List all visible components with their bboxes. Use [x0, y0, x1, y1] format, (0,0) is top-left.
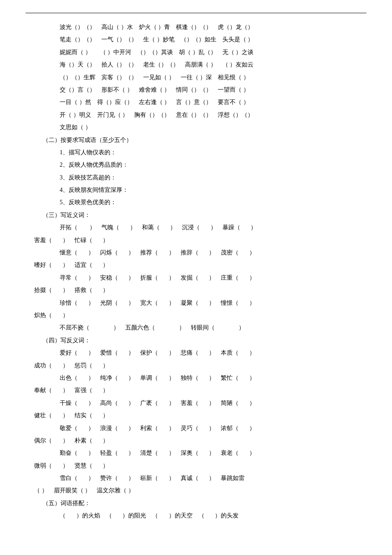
- line22: 拾掇（ ） 搭救（ ）: [26, 284, 366, 296]
- line30: 奉献（ ） 富强（ ）: [26, 384, 366, 396]
- line19: 惬意（ ） 闪烁（ ） 推荐（ ） 推辞（ ） 茂密（ ）: [26, 246, 366, 259]
- line34: 偶尔（ ） 朴素（ ）: [26, 434, 366, 447]
- line2: 笔走（）（） 一气（）（） 生（ ）妙笔 （）（）如生 头头是（ ）: [26, 33, 366, 46]
- line5: （）（）生辉 宾客（）（） 一见如（ ） 一往（ ）深 相见恨（ ）: [26, 71, 366, 84]
- line11: 1、描写人物仪表的：: [26, 146, 366, 159]
- line24: 炽热（ ）: [26, 309, 366, 321]
- line37: 雪白（ ） 赞许（ ） 崭新（ ） 真诚（ ） 暴跳如雷: [26, 472, 366, 484]
- line40: （ ）的火焰 （ ）的阳光 （ ）的天空 （ ）的头发: [26, 509, 366, 522]
- line26: （四）写反义词：: [26, 334, 366, 347]
- line6: 交（）言（） 形影不（ ） 难舍难（ ） 情同（）（） 一望而（ ）: [26, 84, 366, 96]
- line39: （五）词语搭配：: [26, 497, 366, 509]
- line35: 勤奋（ ） 轻盈（ ） 清楚（ ） 深奥（ ） 衰老（ ）: [26, 447, 366, 459]
- line31: 干燥（ ） 高尚（ ） 广袤（ ） 害羞（ ） 简陋（ ）: [26, 397, 366, 409]
- line25: 不屈不挠（ ） 五颜六色（ ） 转眼间（ ）: [26, 321, 366, 334]
- line8: 开（ ）明义 开门见（ ） 胸有（）（） 意在（）（） 浮想（）（）: [26, 109, 366, 121]
- main-content: 波光（）（） 高山（ ）水 炉火（ ）青 棋逢（）（） 虎（）龙（） 笔走（）（…: [26, 21, 366, 522]
- line16: （三）写近义词：: [26, 209, 366, 221]
- line33: 敬爱（ ） 浪漫（ ） 利索（ ） 灵巧（ ） 浓郁（ ）: [26, 422, 366, 434]
- line12: 2、反映人物优秀品质的：: [26, 159, 366, 171]
- line13: 3、反映技艺高超的：: [26, 171, 366, 184]
- line36: 微弱（ ） 贤慧（ ）: [26, 460, 366, 472]
- line10: （二）按要求写成语（至少五个）: [26, 134, 366, 146]
- line38: （ ） 眉开眼笑（ ） 温文尔雅（ ）: [26, 484, 366, 497]
- line4: 海（）天（） 拾人（）（） 老生（）（） 高朋满（ ） （ ）友如云: [26, 58, 366, 71]
- line20: 嗜好（ ） 适宜（ ）: [26, 259, 366, 271]
- line27: 爱好（ ） 爱惜（ ） 保护（ ） 悲痛（ ） 本质（ ）: [26, 347, 366, 359]
- line32: 健壮（ ） 结实（ ）: [26, 409, 366, 422]
- line18: 害羞（ ） 忙碌（ ）: [26, 234, 366, 246]
- line7: 一目（ ）然 得（）应（） 左右逢（ ） 言（）意（） 要言不（ ）: [26, 96, 366, 108]
- top-divider: [26, 13, 366, 13]
- line14: 4、反映朋友间情宜深厚：: [26, 184, 366, 196]
- line21: 寻常（ ） 安稳（ ） 折服（ ） 发掘（ ） 庄重（ ）: [26, 272, 366, 284]
- line29: 出色（ ） 纯净（ ） 单调（ ） 独特（ ） 繁忙（ ）: [26, 372, 366, 384]
- line3: 妮妮而（ ） （ ）中开河 （）（）其谈 胡（ ）乱（） 无（ ）之谈: [26, 46, 366, 58]
- line15: 5、反映景色优美的：: [26, 196, 366, 208]
- line23: 珍惜（ ） 光阴（ ） 宽大（ ） 凝聚（ ） 憧憬（ ）: [26, 297, 366, 309]
- line1: 波光（）（） 高山（ ）水 炉火（ ）青 棋逢（）（） 虎（）龙（）: [26, 21, 366, 33]
- line17: 开拓（ ） 气魄（ ） 和蔼（ ） 沉浸（ ） 暴躁（ ）: [26, 221, 366, 234]
- line9: 文思如（ ）: [26, 121, 366, 133]
- line28: 成功（ ） 惩罚（ ）: [26, 359, 366, 372]
